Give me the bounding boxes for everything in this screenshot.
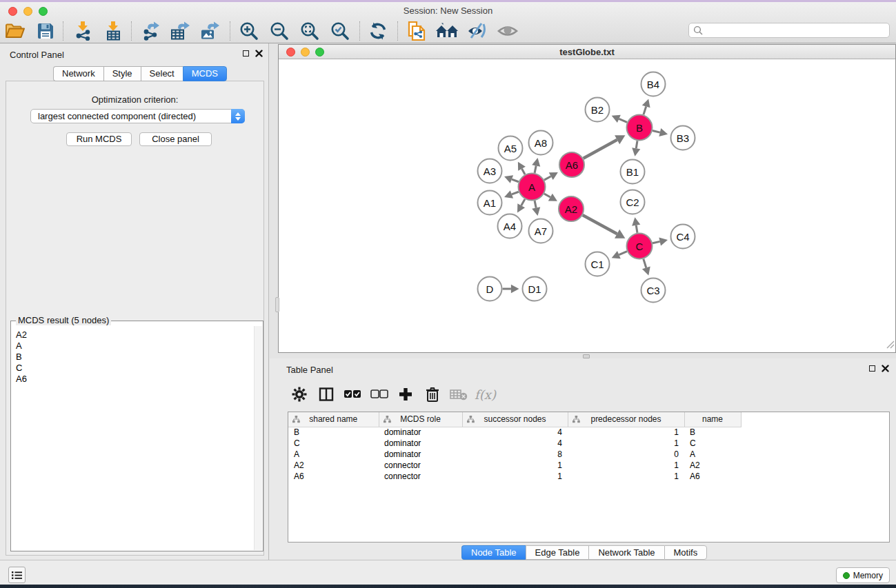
- show-panels-menu-button[interactable]: [8, 567, 26, 583]
- graph-edge-A-A8[interactable]: [535, 165, 536, 172]
- zoom-in-button[interactable]: [237, 20, 261, 42]
- zoom-out-button[interactable]: [267, 20, 292, 42]
- tab-node-table[interactable]: Node Table: [461, 545, 526, 560]
- hide-selected-button[interactable]: [464, 20, 489, 42]
- table-settings-button[interactable]: [290, 385, 308, 404]
- graph-edge-A-A7[interactable]: [535, 201, 536, 207]
- export-table-button[interactable]: [168, 20, 192, 42]
- node-table-grid[interactable]: shared nameMCDS rolesuccessor nodesprede…: [288, 412, 741, 482]
- result-list-scrollbar[interactable]: [254, 326, 262, 550]
- table-cell[interactable]: 1: [568, 438, 684, 449]
- graph-edge-A2-C[interactable]: [583, 215, 617, 234]
- mcds-result-list[interactable]: A2ABCA6: [12, 326, 254, 550]
- zoom-selected-button[interactable]: [328, 20, 352, 42]
- table-cell[interactable]: 8: [462, 449, 568, 460]
- search-field[interactable]: [688, 23, 890, 38]
- table-cell[interactable]: A: [684, 449, 741, 460]
- table-cell[interactable]: A2: [684, 460, 741, 471]
- tab-network[interactable]: Network: [53, 66, 103, 81]
- graph-edge-A-A5[interactable]: [522, 169, 526, 174]
- tab-mcds[interactable]: MCDS: [183, 66, 227, 81]
- tab-network-table[interactable]: Network Table: [588, 545, 664, 560]
- table-cell[interactable]: 0: [568, 449, 684, 460]
- table-cell[interactable]: B: [684, 427, 741, 438]
- import-network-button[interactable]: [71, 20, 96, 42]
- search-input[interactable]: [706, 26, 885, 35]
- table-cell[interactable]: C: [288, 438, 379, 449]
- result-list-item[interactable]: A: [16, 341, 254, 352]
- table-cell[interactable]: A2: [288, 460, 379, 471]
- graph-edge-A-A4[interactable]: [521, 199, 525, 205]
- tab-edge-table[interactable]: Edge Table: [526, 545, 589, 560]
- network-canvas[interactable]: B4B2BB3A5A8A6A3B1AA1C2A2A4A7C4CC1C3DD1: [279, 59, 895, 352]
- column-header-name[interactable]: name: [684, 412, 741, 427]
- float-table-panel-icon[interactable]: [869, 365, 875, 372]
- table-cell[interactable]: dominator: [379, 449, 462, 460]
- show-selected-button[interactable]: [495, 20, 520, 42]
- float-panel-icon[interactable]: [243, 50, 249, 57]
- table-row[interactable]: A6connector11A6: [288, 471, 741, 482]
- graph-edge-B-B1[interactable]: [636, 141, 637, 148]
- graph-edge-C-C3[interactable]: [644, 259, 646, 268]
- table-cell[interactable]: 1: [568, 427, 684, 438]
- close-table-panel-icon[interactable]: [882, 365, 889, 372]
- table-cell[interactable]: A: [288, 449, 379, 460]
- table-row[interactable]: Adominator80A: [288, 449, 741, 460]
- open-session-button[interactable]: [3, 20, 28, 42]
- graph-edge-C-C4[interactable]: [653, 241, 660, 243]
- duplicate-network-button[interactable]: [404, 20, 429, 42]
- table-cell[interactable]: C: [684, 438, 741, 449]
- show-all-networks-button[interactable]: [435, 20, 459, 42]
- graph-edge-A6-B[interactable]: [584, 140, 617, 159]
- save-session-button[interactable]: [33, 20, 58, 42]
- memory-button[interactable]: Memory: [836, 567, 890, 583]
- table-cell[interactable]: connector: [379, 471, 462, 482]
- graph-edge-C-C1[interactable]: [619, 252, 627, 255]
- table-cell[interactable]: A6: [684, 471, 741, 482]
- select-all-columns-button[interactable]: [344, 385, 361, 404]
- unselect-all-columns-button[interactable]: [370, 385, 388, 404]
- column-header-predecessor-nodes[interactable]: predecessor nodes: [568, 412, 684, 427]
- graph-edge-A-A3[interactable]: [512, 179, 519, 182]
- table-cell[interactable]: B: [288, 427, 379, 438]
- result-list-item[interactable]: C: [16, 363, 254, 374]
- table-row[interactable]: Bdominator41B: [288, 427, 741, 438]
- close-panel-button[interactable]: Close panel: [139, 132, 212, 146]
- window-resize-grip[interactable]: [885, 339, 895, 352]
- table-cell[interactable]: 1: [462, 460, 568, 471]
- column-header-shared-name[interactable]: shared name: [288, 412, 379, 427]
- graph-edge-C-C2[interactable]: [636, 225, 637, 233]
- table-cell[interactable]: connector: [379, 460, 462, 471]
- column-header-MCDS-role[interactable]: MCDS role: [379, 412, 462, 427]
- result-list-item[interactable]: A2: [16, 330, 254, 341]
- column-header-successor-nodes[interactable]: successor nodes: [462, 412, 568, 427]
- run-mcds-button[interactable]: Run MCDS: [66, 132, 132, 146]
- table-cell[interactable]: dominator: [379, 438, 462, 449]
- table-row[interactable]: A2connector11A2: [288, 460, 741, 471]
- table-cell[interactable]: 1: [462, 471, 568, 482]
- tab-style[interactable]: Style: [103, 66, 141, 81]
- zoom-fit-button[interactable]: [297, 20, 322, 42]
- graph-edge-B-B2[interactable]: [619, 119, 627, 122]
- apply-layout-button[interactable]: [366, 20, 390, 42]
- show-column-panel-button[interactable]: [317, 385, 335, 404]
- criterion-dropdown[interactable]: largest connected component (directed): [30, 109, 245, 123]
- splitter-collapse-handle[interactable]: [275, 297, 279, 312]
- tab-motifs[interactable]: Motifs: [664, 545, 708, 560]
- result-list-item[interactable]: B: [16, 352, 254, 363]
- graph-edge-A-A2[interactable]: [544, 194, 550, 197]
- table-cell[interactable]: 1: [568, 471, 684, 482]
- import-table-button[interactable]: [101, 20, 126, 42]
- graph-edge-A-A1[interactable]: [512, 192, 519, 194]
- table-cell[interactable]: 1: [568, 460, 684, 471]
- table-cell[interactable]: 4: [462, 427, 568, 438]
- close-panel-icon[interactable]: [255, 50, 263, 57]
- graph-edge-A-A6[interactable]: [544, 176, 551, 180]
- table-cell[interactable]: A6: [288, 471, 379, 482]
- graph-edge-B-B3[interactable]: [653, 131, 660, 133]
- delete-column-button[interactable]: [424, 385, 441, 404]
- graph-edge-B-B4[interactable]: [644, 107, 646, 115]
- export-image-button[interactable]: [197, 20, 222, 42]
- export-network-button[interactable]: [139, 20, 163, 42]
- result-list-item[interactable]: A6: [16, 374, 254, 385]
